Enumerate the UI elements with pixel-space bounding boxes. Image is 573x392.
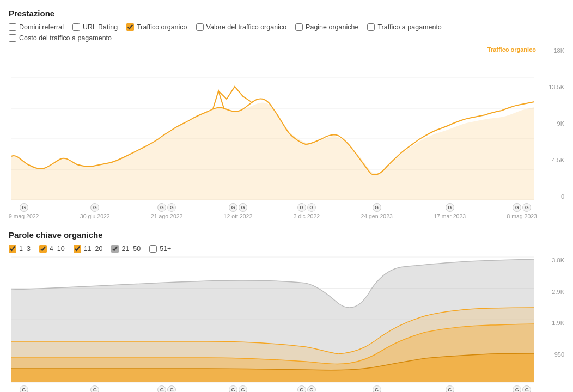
g-circle-6[interactable]: G	[446, 203, 454, 212]
checkbox-traffico-organico[interactable]: Traffico organico	[126, 23, 187, 31]
x2-label-5: G 24 gen 2023	[361, 385, 392, 392]
g-circle-3b[interactable]: G	[239, 203, 247, 212]
x-label-1: G 30 giu 2022	[80, 203, 110, 219]
g2-circle-7a[interactable]: G	[513, 385, 521, 392]
chart-parole-svg	[9, 257, 537, 382]
g-circle-3a[interactable]: G	[229, 203, 237, 212]
g-circle-2a[interactable]: G	[157, 203, 166, 212]
g2-circle-3b[interactable]: G	[239, 385, 247, 392]
checkboxes-row-2: Costo del traffico a pagamento	[9, 34, 564, 42]
x2-label-7: G G 8 mag 2023	[507, 385, 537, 392]
x-label-5: G 24 gen 2023	[361, 203, 392, 219]
chart-area-fill	[11, 103, 534, 200]
g-circle-4b[interactable]: G	[307, 203, 316, 212]
x-label-2: G G 21 ago 2022	[151, 203, 182, 219]
checkbox-pos-51plus[interactable]: 51+	[149, 245, 171, 253]
g-circle-7b[interactable]: G	[522, 203, 531, 212]
x2-label-0: G 9 mag 2022	[9, 385, 39, 392]
chart-parole-wrapper: 3.8K 2.9K 1.9K 950 G 9 mag 2022 G 30 giu…	[9, 257, 564, 392]
g2-circle-4b[interactable]: G	[307, 385, 316, 392]
y-axis-labels-2: 3.8K 2.9K 1.9K 950	[537, 257, 564, 382]
g-circle-4a[interactable]: G	[297, 203, 306, 212]
checkbox-pos-11-20[interactable]: 11–20	[74, 245, 103, 253]
checkboxes-row-parole: 1–3 4–10 11–20 21–50 51+	[9, 245, 564, 253]
x-label-0: G 9 mag 2022	[9, 203, 39, 219]
x2-label-6: G 17 mar 2023	[434, 385, 466, 392]
g-circle-5[interactable]: G	[373, 203, 381, 212]
g2-circle-6[interactable]: G	[446, 385, 454, 392]
section-title-prestazione: Prestazione	[9, 9, 564, 18]
g-circle-0[interactable]: G	[20, 203, 28, 212]
section-title-parole-chiave: Parole chiave organiche	[9, 230, 564, 240]
section-prestazione: Prestazione Domini referral URL Rating T…	[9, 9, 564, 219]
g2-circle-2b[interactable]: G	[167, 385, 176, 392]
checkbox-input-pagine-organiche[interactable]	[295, 23, 303, 31]
checkbox-costo-traffico[interactable]: Costo del traffico a pagamento	[9, 34, 112, 42]
checkbox-input-pos-11-20[interactable]	[74, 245, 81, 253]
checkbox-input-traffico-pagamento[interactable]	[367, 23, 375, 31]
checkbox-valore-traffico[interactable]: Valore del traffico organico	[196, 23, 287, 31]
checkbox-pos-1-3[interactable]: 1–3	[9, 245, 31, 253]
checkbox-input-pos-1-3[interactable]	[9, 245, 16, 253]
g2-circle-5[interactable]: G	[373, 385, 381, 392]
checkbox-input-pos-21-50[interactable]	[111, 245, 119, 253]
g-circle-1[interactable]: G	[90, 203, 99, 212]
x-label-4: G G 3 dic 2022	[294, 203, 320, 219]
g2-circle-0[interactable]: G	[20, 385, 28, 392]
checkbox-url-rating[interactable]: URL Rating	[72, 23, 118, 31]
checkbox-pos-21-50[interactable]: 21–50	[111, 245, 141, 253]
checkbox-traffico-pagamento[interactable]: Traffico a pagamento	[367, 23, 441, 31]
checkbox-input-costo-traffico[interactable]	[9, 34, 16, 42]
checkbox-pos-4-10[interactable]: 4–10	[39, 245, 65, 253]
section-parole-chiave: Parole chiave organiche 1–3 4–10 11–20 2…	[9, 230, 564, 392]
checkbox-domini-referral[interactable]: Domini referral	[9, 23, 64, 31]
checkboxes-row-1: Domini referral URL Rating Traffico orga…	[9, 23, 564, 31]
checkbox-input-pos-51plus[interactable]	[149, 245, 157, 253]
checkbox-pagine-organiche[interactable]: Pagine organiche	[295, 23, 358, 31]
g2-circle-3a[interactable]: G	[229, 385, 237, 392]
chart-prestazione-wrapper: Traffico organico	[9, 47, 564, 219]
checkbox-input-valore-traffico[interactable]	[196, 23, 204, 31]
checkbox-input-traffico-organico[interactable]	[126, 23, 134, 31]
x-label-7: G G 8 mag 2023	[507, 203, 537, 219]
checkbox-input-domini-referral[interactable]	[9, 23, 16, 31]
g2-circle-1[interactable]: G	[90, 385, 99, 392]
x-axis-2: G 9 mag 2022 G 30 giu 2022 G G 21 ago 20…	[9, 385, 564, 392]
chart-traffico-label: Traffico organico	[487, 46, 536, 53]
g-circle-2b[interactable]: G	[167, 203, 176, 212]
x2-label-2: G G 21 ago 2022	[151, 385, 182, 392]
x2-label-4: G G 3 dic 2022	[294, 385, 320, 392]
chart-prestazione-svg	[9, 47, 537, 200]
x2-label-3: G G 12 ott 2022	[224, 385, 253, 392]
checkbox-input-pos-4-10[interactable]	[39, 245, 47, 253]
x-axis-1: G 9 mag 2022 G 30 giu 2022 G G 21 ago 20…	[9, 203, 564, 219]
g2-circle-7b[interactable]: G	[522, 385, 531, 392]
g2-circle-2a[interactable]: G	[157, 385, 166, 392]
g-circle-7a[interactable]: G	[513, 203, 521, 212]
x-label-3: G G 12 ott 2022	[224, 203, 253, 219]
g2-circle-4a[interactable]: G	[297, 385, 306, 392]
x-label-6: G 17 mar 2023	[434, 203, 466, 219]
x2-label-1: G 30 giu 2022	[80, 385, 110, 392]
y-axis-labels-1: 18K 13.5K 9K 4.5K 0	[537, 47, 564, 200]
checkbox-input-url-rating[interactable]	[72, 23, 80, 31]
